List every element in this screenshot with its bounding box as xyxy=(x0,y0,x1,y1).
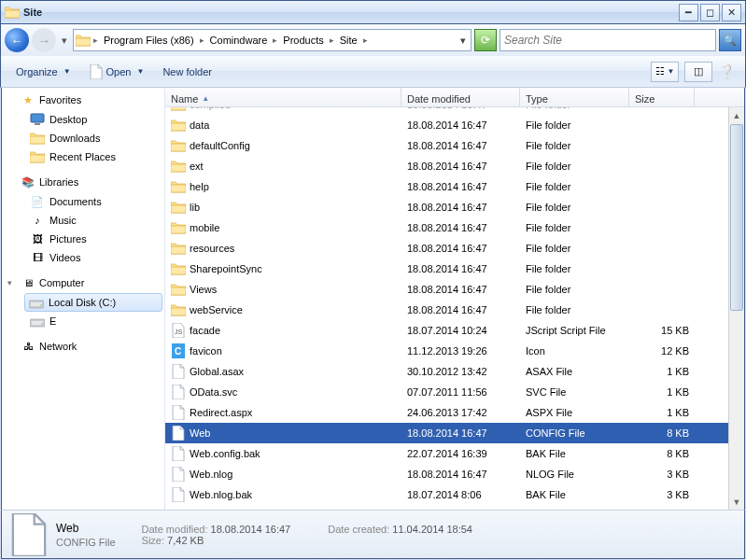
file-type: File folder xyxy=(520,243,629,254)
sidebar-item-pictures[interactable]: 🖼Pictures xyxy=(2,230,164,248)
file-row[interactable]: OData.svc07.07.2011 11:56SVC File1 KB xyxy=(165,382,744,402)
forward-button[interactable]: → xyxy=(32,28,56,52)
file-type: BAK File xyxy=(520,489,629,500)
libraries-icon: 📚 xyxy=(21,175,35,189)
file-row[interactable]: Redirect.aspx24.06.2013 17:42ASPX File1 … xyxy=(165,402,744,423)
search-box[interactable] xyxy=(500,29,716,51)
folder-icon xyxy=(30,131,45,146)
sidebar-item-desktop[interactable]: Desktop xyxy=(2,110,164,129)
computer-header[interactable]: ▾🖥Computer xyxy=(2,273,164,293)
history-dropdown[interactable]: ▾ xyxy=(59,29,70,51)
view-options-button[interactable]: ☷▼ xyxy=(651,62,679,82)
sidebar-item-drive-e[interactable]: E xyxy=(2,312,164,330)
file-date: 18.08.2014 16:47 xyxy=(401,469,520,480)
file-row[interactable]: SharepointSync18.08.2014 16:47File folde… xyxy=(165,259,744,279)
new-folder-button[interactable]: New folder xyxy=(157,63,218,80)
file-row[interactable]: ext18.08.2014 16:47File folder xyxy=(165,156,744,176)
file-type: File folder xyxy=(520,222,629,233)
folder-icon xyxy=(171,200,186,215)
breadcrumb-segment[interactable]: Site xyxy=(336,30,361,50)
libraries-header[interactable]: 📚Libraries xyxy=(2,172,164,192)
file-date: 18.08.2014 16:47 xyxy=(401,161,520,172)
js-icon xyxy=(171,323,186,338)
network-icon: 🖧 xyxy=(21,339,35,354)
maximize-button[interactable]: ◻ xyxy=(700,4,720,21)
music-icon: ♪ xyxy=(30,213,45,228)
favorites-header[interactable]: ★Favorites xyxy=(2,90,164,110)
file-date: 18.08.2014 16:47 xyxy=(401,107,520,110)
column-header-type[interactable]: Type xyxy=(520,88,629,106)
search-input[interactable] xyxy=(500,34,715,47)
file-type: File folder xyxy=(520,119,629,131)
file-row[interactable]: Web.nlog18.08.2014 16:47NLOG File3 KB xyxy=(165,464,744,484)
chevron-right-icon[interactable]: ▸ xyxy=(91,35,100,45)
search-button[interactable]: 🔍 xyxy=(719,29,741,51)
file-row[interactable]: facade18.07.2014 10:24JScript Script Fil… xyxy=(165,320,744,341)
file-row[interactable]: mobile18.08.2014 16:47File folder xyxy=(165,217,744,238)
chevron-right-icon[interactable]: ▸ xyxy=(328,35,336,45)
sidebar-item-documents[interactable]: 📄Documents xyxy=(2,192,164,211)
chevron-right-icon[interactable]: ▸ xyxy=(271,35,279,45)
back-button[interactable]: ← xyxy=(5,28,29,52)
column-header-name[interactable]: Name ▲ xyxy=(165,88,401,106)
monitor-icon xyxy=(30,112,45,127)
minimize-button[interactable]: ━ xyxy=(679,4,698,21)
organize-button[interactable]: Organize▼ xyxy=(10,63,77,80)
file-row[interactable]: Web.config.bak22.07.2014 16:39BAK File8 … xyxy=(165,443,744,464)
folder-icon xyxy=(75,32,91,49)
breadcrumb-segment[interactable]: Comindware xyxy=(206,30,272,50)
detail-size: 7,42 KB xyxy=(167,535,204,546)
column-header-size[interactable]: Size xyxy=(629,88,695,106)
file-row[interactable]: favicon11.12.2013 19:26Icon12 KB xyxy=(165,341,744,361)
file-date: 18.08.2014 16:47 xyxy=(401,284,520,295)
file-type: NLOG File xyxy=(520,469,629,480)
file-list[interactable]: compiled18.08.2014 16:47File folderdata1… xyxy=(165,107,744,510)
column-header-row: Name ▲ Date modified Type Size xyxy=(165,88,744,107)
file-date: 07.07.2011 11:56 xyxy=(401,386,520,398)
file-row[interactable]: defaultConfig18.08.2014 16:47File folder xyxy=(165,135,744,156)
chevron-right-icon[interactable]: ▸ xyxy=(198,35,206,45)
file-row[interactable]: compiled18.08.2014 16:47File folder xyxy=(165,107,744,115)
file-row[interactable]: Views18.08.2014 16:47File folder xyxy=(165,279,744,300)
file-row[interactable]: resources18.08.2014 16:47File folder xyxy=(165,238,744,259)
file-row[interactable]: lib18.08.2014 16:47File folder xyxy=(165,197,744,217)
scrollbar-vertical[interactable]: ▲ ▼ xyxy=(728,107,744,510)
file-size: 1 KB xyxy=(629,407,695,418)
file-row[interactable]: data18.08.2014 16:47File folder xyxy=(165,115,744,135)
close-button[interactable]: ✕ xyxy=(722,4,741,21)
folder-icon xyxy=(5,5,20,20)
scroll-up-button[interactable]: ▲ xyxy=(729,107,744,123)
file-icon xyxy=(171,405,186,420)
sidebar-item-recent[interactable]: Recent Places xyxy=(2,147,164,166)
file-row[interactable]: Web18.08.2014 16:47CONFIG File8 KB xyxy=(165,423,744,443)
file-row[interactable]: Global.asax30.10.2012 13:42ASAX File1 KB xyxy=(165,361,744,382)
breadcrumb-segment[interactable]: Products xyxy=(279,30,327,50)
refresh-button[interactable]: ⟳ xyxy=(474,29,497,51)
help-button[interactable]: ❔ xyxy=(718,63,736,80)
file-name: ext xyxy=(190,161,204,172)
folder-icon xyxy=(171,220,186,235)
file-row[interactable]: Web.nlog.bak18.07.2014 8:06BAK File3 KB xyxy=(165,484,744,505)
file-row[interactable]: help18.08.2014 16:47File folder xyxy=(165,176,744,197)
scroll-down-button[interactable]: ▼ xyxy=(729,494,744,510)
sidebar-item-videos[interactable]: 🎞Videos xyxy=(2,248,164,267)
sidebar-item-local-disk-c[interactable]: Local Disk (C:) xyxy=(24,293,162,312)
file-icon xyxy=(171,385,186,399)
breadcrumb-segment[interactable]: Program Files (x86) xyxy=(100,30,198,50)
preview-pane-button[interactable]: ◫ xyxy=(684,62,712,82)
file-name: mobile xyxy=(190,222,219,233)
open-button[interactable]: Open▼ xyxy=(84,62,150,82)
chevron-right-icon[interactable]: ▸ xyxy=(361,35,370,45)
scroll-thumb[interactable] xyxy=(730,124,743,311)
breadcrumb-dropdown[interactable]: ▾ xyxy=(457,35,470,47)
network-header[interactable]: 🖧Network xyxy=(2,336,164,357)
breadcrumb[interactable]: ▸ Program Files (x86) ▸ Comindware ▸ Pro… xyxy=(73,29,472,51)
column-header-date[interactable]: Date modified xyxy=(401,88,520,106)
file-row[interactable]: webService18.08.2014 16:47File folder xyxy=(165,300,744,320)
file-date: 18.08.2014 16:47 xyxy=(401,243,520,254)
sidebar-item-downloads[interactable]: Downloads xyxy=(2,129,164,147)
folder-icon xyxy=(171,282,186,297)
sidebar-item-music[interactable]: ♪Music xyxy=(2,211,164,230)
file-name: favicon xyxy=(190,345,222,357)
window-titlebar: Site ━ ◻ ✕ xyxy=(0,0,746,24)
